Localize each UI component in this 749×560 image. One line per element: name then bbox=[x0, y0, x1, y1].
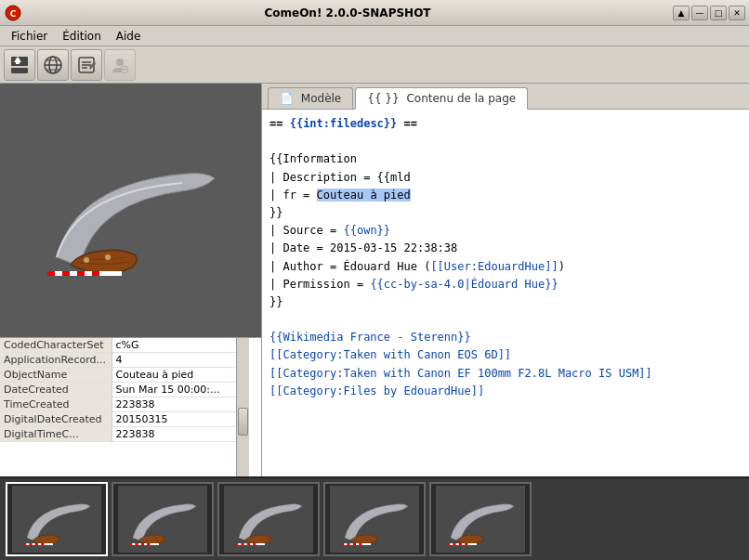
svg-point-26 bbox=[105, 254, 111, 260]
wikitext-line: {{Information bbox=[269, 150, 742, 168]
svg-rect-24 bbox=[92, 271, 99, 276]
svg-rect-45 bbox=[330, 486, 419, 553]
iptc-field: CodedCharacterSet bbox=[0, 338, 112, 353]
iptc-value: 4 bbox=[112, 353, 249, 368]
svg-rect-35 bbox=[129, 543, 132, 545]
svg-rect-30 bbox=[29, 543, 32, 545]
highlighted-text: Couteau à pied bbox=[317, 189, 411, 202]
wikitext-line: | Date = 2015-03-15 22:38:38 bbox=[269, 240, 742, 257]
wikitext-line: | Source = {{own}} bbox=[269, 222, 742, 240]
svg-point-16 bbox=[116, 59, 124, 66]
iptc-scrollbar-thumb[interactable] bbox=[238, 408, 248, 436]
iptc-field: DigitalTimeC... bbox=[0, 427, 112, 442]
iptc-row: ApplicationRecord...4 bbox=[0, 353, 249, 368]
template-ref: {{Wikimedia France - Sterenn}} bbox=[269, 331, 471, 344]
titlebar-close-btn[interactable]: ✕ bbox=[729, 6, 745, 20]
svg-rect-32 bbox=[41, 543, 44, 545]
wikitext-line: [[Category:Taken with Canon EF 100mm F2.… bbox=[269, 365, 742, 383]
filmstrip-item[interactable] bbox=[6, 482, 108, 556]
tab-contenu[interactable]: {{ }} Contenu de la page bbox=[355, 87, 528, 110]
upload-button[interactable] bbox=[4, 49, 35, 81]
iptc-value: 223838 bbox=[112, 427, 249, 442]
wikitext-line: [[Category:Files by EdouardHue]] bbox=[269, 383, 742, 400]
iptc-row: CodedCharacterSetc%G bbox=[0, 338, 249, 353]
toolbar bbox=[0, 46, 749, 84]
wikitext-line: {{Wikimedia France - Sterenn}} bbox=[269, 329, 742, 346]
iptc-row: TimeCreated223838 bbox=[0, 397, 249, 412]
svg-point-25 bbox=[84, 257, 89, 263]
template-ref: {{cc-by-sa-4.0|Édouard Hue}} bbox=[370, 278, 558, 291]
tab-modele-label: Modèle bbox=[301, 92, 341, 105]
template-ref: {{int:filedesc}} bbox=[290, 117, 398, 130]
filmstrip-item[interactable] bbox=[429, 482, 532, 556]
section-header: == {{int:filedesc}} == bbox=[269, 117, 417, 130]
menu-aide[interactable]: Aide bbox=[109, 28, 149, 45]
filmstrip-item[interactable] bbox=[217, 482, 320, 556]
wikilink: [[Category:Files by EdouardHue]] bbox=[269, 384, 484, 397]
svg-rect-55 bbox=[459, 543, 462, 545]
titlebar-minimize-btn[interactable]: — bbox=[691, 6, 708, 20]
edit-button[interactable] bbox=[71, 49, 102, 81]
wikitext-line bbox=[269, 133, 742, 150]
svg-rect-53 bbox=[447, 543, 450, 545]
svg-rect-54 bbox=[453, 543, 455, 545]
titlebar-up-btn[interactable]: ▲ bbox=[673, 6, 690, 20]
wikitext-line: }} bbox=[269, 204, 742, 222]
wikilink: [[Category:Taken with Canon EOS 6D]] bbox=[269, 348, 511, 361]
wikilink: [[Category:Taken with Canon EF 100mm F2.… bbox=[269, 367, 652, 380]
wikitext-line: | Author = Édouard Hue ([[User:EdouardHu… bbox=[269, 258, 742, 276]
wikitext-line: }} bbox=[269, 293, 742, 311]
menubar: Fichier Édition Aide bbox=[0, 26, 749, 46]
filmstrip-item[interactable] bbox=[112, 482, 214, 556]
svg-rect-49 bbox=[353, 543, 356, 545]
iptc-field: DateCreated bbox=[0, 383, 112, 397]
svg-rect-36 bbox=[135, 543, 138, 545]
filmstrip-container: ◀ ▶ bbox=[0, 476, 749, 560]
iptc-area: CodedCharacterSetc%GApplicationRecord...… bbox=[0, 337, 261, 476]
image-area bbox=[0, 84, 261, 337]
svg-rect-51 bbox=[436, 486, 525, 553]
wikilink: [[User:EdouardHue]] bbox=[430, 260, 558, 273]
svg-rect-38 bbox=[147, 543, 150, 545]
iptc-row: ObjectNameCouteau à pied bbox=[0, 368, 249, 383]
svg-rect-39 bbox=[224, 486, 313, 553]
tab-contenu-label: Contenu de la page bbox=[406, 92, 516, 105]
iptc-scrollbar[interactable] bbox=[236, 338, 249, 476]
iptc-row: DigitalTimeC...223838 bbox=[0, 427, 249, 442]
wikitext-line: | Description = {{mld bbox=[269, 169, 742, 187]
globe-button[interactable] bbox=[37, 49, 69, 81]
svg-rect-22 bbox=[62, 271, 70, 276]
menu-edition[interactable]: Édition bbox=[55, 28, 109, 45]
svg-rect-2 bbox=[11, 68, 28, 73]
svg-rect-56 bbox=[465, 543, 467, 545]
wikitext-line: == {{int:filedesc}} == bbox=[269, 115, 742, 133]
svg-rect-48 bbox=[347, 543, 349, 545]
left-panel: CodedCharacterSetc%GApplicationRecord...… bbox=[0, 84, 262, 476]
filmstrip bbox=[0, 476, 749, 560]
menu-fichier[interactable]: Fichier bbox=[4, 28, 55, 45]
svg-rect-27 bbox=[12, 486, 101, 553]
user-disabled-button[interactable] bbox=[104, 49, 136, 81]
wikitext-line: | Permission = {{cc-by-sa-4.0|Édouard Hu… bbox=[269, 276, 742, 293]
page-icon: 📄 bbox=[280, 92, 294, 105]
titlebar-maximize-btn[interactable]: □ bbox=[710, 6, 727, 20]
iptc-field: ApplicationRecord... bbox=[0, 353, 112, 368]
iptc-row: DateCreatedSun Mar 15 00:00:... bbox=[0, 383, 249, 397]
svg-rect-43 bbox=[247, 543, 250, 545]
tab-content[interactable]: == {{int:filedesc}} == {{Information| De… bbox=[262, 110, 749, 476]
titlebar-logo: C bbox=[4, 4, 22, 22]
svg-rect-44 bbox=[253, 543, 256, 545]
wikitext-line: [[Category:Taken with Canon EOS 6D]] bbox=[269, 346, 742, 364]
svg-rect-21 bbox=[47, 271, 55, 276]
iptc-field: TimeCreated bbox=[0, 397, 112, 412]
svg-rect-29 bbox=[23, 543, 26, 545]
template-ref: {{own}} bbox=[343, 224, 390, 237]
main-area: CodedCharacterSetc%GApplicationRecord...… bbox=[0, 84, 749, 476]
svg-rect-19 bbox=[20, 127, 243, 294]
iptc-value: c%G bbox=[112, 338, 249, 353]
tab-modele[interactable]: 📄 Modèle bbox=[268, 87, 353, 109]
filmstrip-item[interactable] bbox=[323, 482, 426, 556]
svg-rect-41 bbox=[235, 543, 238, 545]
svg-rect-23 bbox=[77, 271, 85, 276]
titlebar-buttons: ▲ — □ ✕ bbox=[673, 6, 745, 20]
